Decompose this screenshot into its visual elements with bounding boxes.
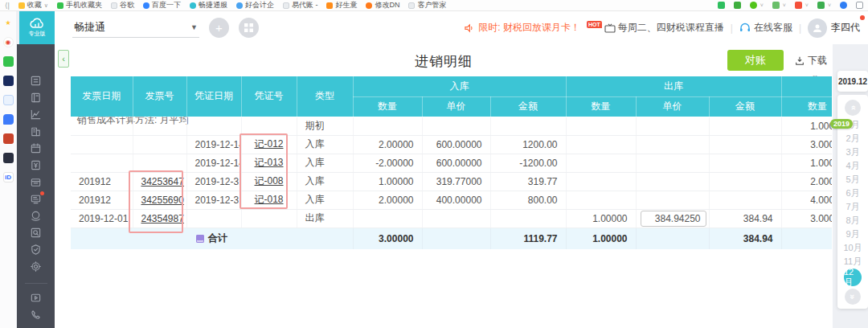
game-icon[interactable] (3, 133, 14, 144)
online-service-link[interactable]: 在线客服 (739, 21, 792, 35)
col-out-price[interactable]: 单价 (636, 96, 709, 117)
logo-caption: 专业版 (29, 30, 46, 38)
download-button[interactable]: 下载 (795, 54, 827, 68)
game2-icon[interactable] (3, 153, 14, 163)
live-link[interactable]: HOT 每周二、四财税课程直播 (587, 21, 724, 35)
reconcile-button[interactable]: 对账 (727, 50, 784, 71)
bookmark-crm[interactable]: 客户管家 (408, 0, 446, 10)
col-in-qty[interactable]: 数量 (353, 96, 422, 117)
bookmark-favorites[interactable]: 收藏 ∨ (18, 0, 48, 10)
sidebar-item-calendar-icon[interactable] (27, 142, 45, 154)
month-item[interactable]: 10月 (843, 241, 862, 255)
sidebar-item-invoice-icon[interactable] (27, 176, 45, 188)
notification-dot (860, 15, 865, 20)
bookmark-mobile[interactable]: 手机收藏夹 (57, 0, 102, 10)
voucher-link[interactable]: 记-008 (254, 175, 283, 187)
month-item[interactable]: 4月 (843, 159, 862, 173)
sidebar-item-settings-gear-icon[interactable] (27, 260, 45, 273)
download-icon (795, 56, 805, 66)
month-item[interactable]: 2月 (843, 132, 862, 146)
workspace-select[interactable]: 畅捷通 ▼ (72, 18, 199, 38)
bookmark-yidaizhang[interactable]: 易代账 - (283, 0, 318, 10)
month-item[interactable]: 6月 (843, 187, 862, 200)
apps-grid-icon[interactable] (856, 2, 863, 9)
main-card: ‹ 名称: A 规格型号: 单位:米 销售成本计算方法: 月平均 进销明细 对账… (55, 44, 833, 328)
bookmark-accounting[interactable]: 好会计企 (236, 0, 274, 10)
col-in-price[interactable]: 单价 (422, 96, 490, 117)
group-outbound: 出库 (566, 76, 781, 96)
user-menu[interactable]: 李四代 (808, 18, 860, 38)
voucher-link[interactable]: 记-013 (254, 157, 283, 168)
star-icon[interactable]: ★ (3, 18, 14, 28)
chat-icon[interactable] (3, 114, 14, 125)
mail-icon[interactable] (3, 56, 14, 67)
sidebar-collapse-icon[interactable]: ⟨| (5, 2, 10, 10)
out-price-input[interactable]: 384.94250 (641, 211, 706, 227)
month-item[interactable]: 8月 (843, 214, 862, 228)
bookmark-baidu[interactable]: 百度一下 (143, 0, 181, 10)
sidebar-item-phone-icon[interactable] (27, 309, 45, 321)
promo-link[interactable]: 限时: 财税回放课月卡！ (464, 21, 580, 35)
headset-icon (739, 23, 751, 33)
doc-icon[interactable] (3, 95, 14, 105)
sidebar-divider (25, 283, 47, 284)
sidebar-item-form-icon[interactable] (27, 75, 45, 87)
current-period[interactable]: 2019.12 (837, 71, 868, 92)
month-item[interactable]: 9月 (843, 228, 862, 241)
sidebar-item-company-icon[interactable] (27, 125, 45, 137)
workspace-name: 畅捷通 (74, 20, 105, 35)
invoice-link[interactable]: 24354987 (141, 213, 184, 224)
col-type[interactable]: 类型 (297, 76, 353, 117)
voucher-link[interactable]: 记-012 (254, 138, 283, 150)
invoice-link[interactable]: 34255690 (141, 195, 184, 206)
invoice-link[interactable]: 34253647 (141, 176, 184, 187)
sidebar-item-report-icon[interactable] (27, 193, 45, 205)
chevron-up-icon[interactable]: » (845, 100, 861, 116)
bookmark-haoshengyi[interactable]: 好生意 (326, 0, 357, 10)
flame-icon (326, 2, 333, 9)
extension-font-icon[interactable] (772, 2, 780, 9)
bookmark-chanjet[interactable]: 畅捷通服 (190, 0, 227, 10)
bookmark-google[interactable]: 谷歌 (111, 0, 134, 10)
total-out-amount: 384.94 (709, 228, 781, 249)
chevron-down-icon[interactable]: » (845, 289, 861, 305)
col-voucher-no[interactable]: 凭证号 (241, 76, 297, 117)
sidebar-item-query-icon[interactable] (27, 227, 45, 239)
month-item[interactable]: 7月 (843, 200, 862, 214)
col-invoice-no[interactable]: 发票号 (133, 76, 186, 117)
phone-icon (57, 2, 63, 9)
col-in-amount[interactable]: 金额 (490, 96, 566, 117)
bookmarks-bar: ⟨| 收藏 ∨ 手机收藏夹 谷歌 百度一下 畅捷通服 好会计企 易代账 - 好生… (0, 0, 868, 11)
sidebar-item-service-icon[interactable] (27, 210, 45, 222)
col-balance-qty[interactable]: 数量 (781, 96, 832, 117)
apps-grid-button[interactable] (239, 18, 259, 38)
id-app-icon[interactable]: iD (3, 172, 14, 182)
extension-shield-icon[interactable] (750, 2, 757, 9)
extension-scissors-icon[interactable] (795, 2, 802, 9)
sidebar-item-ledger-icon[interactable] (27, 92, 45, 104)
add-button[interactable]: + (209, 18, 229, 38)
speaker-icon (464, 23, 474, 33)
col-voucher-date[interactable]: 凭证日期 (186, 76, 241, 117)
month-item[interactable]: 3月 (843, 146, 862, 159)
extension-book-icon[interactable] (718, 2, 725, 9)
extension-media-icon[interactable] (817, 2, 825, 9)
voucher-link[interactable]: 记-018 (254, 194, 283, 205)
sidebar-item-video-icon[interactable] (27, 292, 45, 304)
ring-icon (366, 2, 372, 9)
month-item-selected[interactable]: 12月 (844, 269, 862, 286)
month-item[interactable]: 5月 (843, 173, 862, 187)
weibo-icon[interactable]: ◉ (3, 37, 14, 47)
table-row: 2019-12-14 记-013 入库 -2.00000 600.00000 -… (71, 154, 832, 172)
bookmark-dn[interactable]: 修改DN (366, 0, 399, 10)
sidebar-item-voucher-icon[interactable] (27, 159, 45, 171)
sidebar-item-report-chart-icon[interactable] (27, 109, 45, 121)
col-out-qty[interactable]: 数量 (566, 96, 636, 117)
app-logo[interactable]: 专业版 (19, 10, 55, 44)
col-invoice-date[interactable]: 发票日期 (71, 76, 133, 117)
search-icon[interactable] (840, 2, 847, 9)
extension-translate-icon[interactable] (734, 2, 741, 9)
sidebar-item-security-icon[interactable] (27, 244, 45, 256)
zhihu-icon[interactable] (3, 76, 14, 86)
col-out-amount[interactable]: 金额 (709, 96, 781, 117)
